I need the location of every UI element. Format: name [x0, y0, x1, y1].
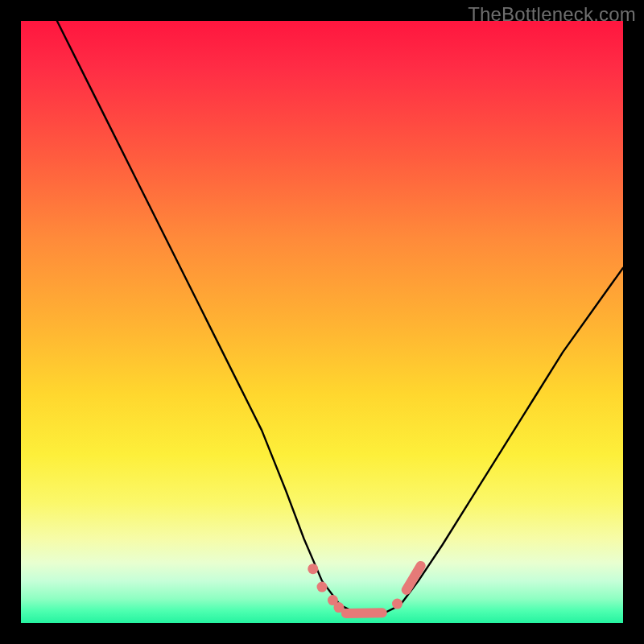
- marker-group: [308, 564, 420, 613]
- bottleneck-curve: [57, 21, 623, 615]
- marker-left-dot-4: [333, 602, 344, 613]
- chart-frame: TheBottleneck.com: [0, 0, 644, 644]
- marker-left-dot-2: [317, 582, 328, 592]
- marker-left-dot-1: [308, 564, 318, 574]
- curve-svg: [21, 21, 623, 623]
- marker-right-dot-1: [392, 599, 402, 609]
- right-marker-segment: [407, 566, 421, 590]
- curve-group: [57, 21, 623, 615]
- plot-area: [21, 21, 623, 623]
- bottom-marker-bar: [346, 613, 382, 613]
